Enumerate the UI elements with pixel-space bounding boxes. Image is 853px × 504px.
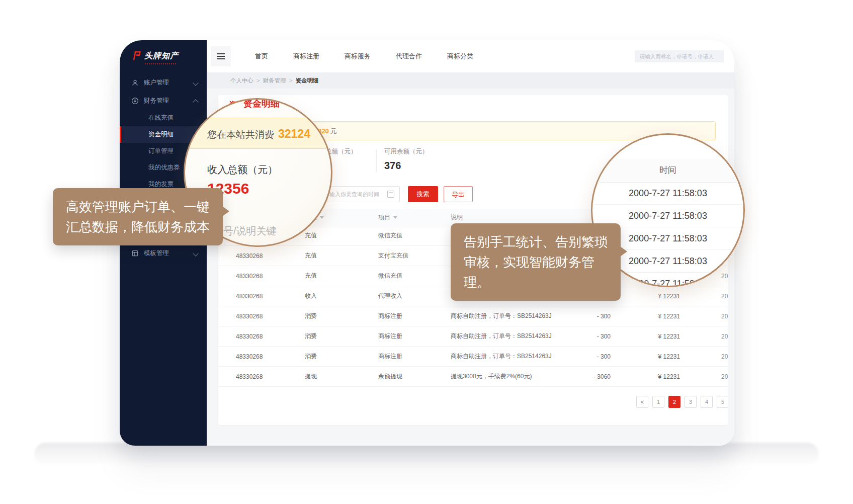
cell-item: 商标注册 xyxy=(378,326,449,346)
cell-balance: ¥ 12231 xyxy=(620,306,680,326)
cell-order: 48330268 xyxy=(236,347,301,366)
nav-item[interactable]: 代理合作 xyxy=(396,52,422,61)
table-row: 48330268 消费 商标注册 商标自助注册，订单号：SB2514263J -… xyxy=(218,347,728,367)
breadcrumb-item[interactable]: 个人中心 xyxy=(230,77,253,85)
cell-time: 2000-7-27 11:58:03 xyxy=(721,286,728,306)
cell-time: 2000-7-27 11:58:03 xyxy=(721,266,728,286)
breadcrumb-item[interactable]: 财务管理 xyxy=(263,77,286,85)
cell-desc: 商标自助注册，订单号：SB2514263J xyxy=(451,306,589,326)
menu-icon[interactable] xyxy=(211,46,231,66)
page-button[interactable]: 4 xyxy=(701,396,713,408)
table-row: 48330268 消费 商标注册 商标自助注册，订单号：SB2514263J -… xyxy=(218,326,728,347)
lens-tab-text: 资金明细 xyxy=(243,98,280,110)
breadcrumb-separator: > xyxy=(257,77,260,83)
template-icon xyxy=(131,249,139,257)
cell-item: 商标注册 xyxy=(378,347,449,366)
page-button[interactable]: 2 xyxy=(668,396,680,408)
search-button[interactable]: 搜索 xyxy=(408,186,438,202)
cell-desc: 提现3000元，手续费2%(60元) xyxy=(451,367,589,386)
sidebar-item-finance[interactable]: 财务管理 xyxy=(120,92,207,110)
stat-label: 可用余额（元） xyxy=(384,147,429,156)
lens-banner-amount: 32124 xyxy=(278,127,310,140)
cell-time: 2000-7-27 11:58:03 xyxy=(721,367,728,386)
stat-divider xyxy=(376,149,377,172)
page-button[interactable]: 3 xyxy=(685,396,697,408)
page-button[interactable]: 1 xyxy=(652,396,664,408)
top-nav: 首页商标注册商标服务代理合作商标分类 xyxy=(255,40,473,72)
cell-item: 微信充值 xyxy=(378,266,449,286)
cell-type: 充值 xyxy=(305,226,375,245)
sidebar-item-account[interactable]: 账户管理 xyxy=(120,73,207,92)
cell-amount: - 300 xyxy=(579,326,611,346)
cell-order: 48330268 xyxy=(236,266,301,286)
cell-amount: - 300 xyxy=(579,347,611,366)
brand-name: 头牌知产 xyxy=(144,51,179,61)
calendar-icon xyxy=(387,191,394,198)
nav-item[interactable]: 商标服务 xyxy=(345,52,371,61)
tooltip-line: 汇总数据，降低财务成本 xyxy=(66,217,210,237)
lens-time-header: 时间 xyxy=(592,159,743,183)
cell-type: 提现 xyxy=(305,367,375,386)
cell-time: 2000-7-27 11:58:03 xyxy=(721,347,728,366)
cell-item: 商标注册 xyxy=(378,306,449,326)
chevron-down-icon xyxy=(320,216,324,219)
cell-balance: ¥ 12231 xyxy=(620,367,680,386)
prev-page-button[interactable]: < xyxy=(636,396,648,408)
chevron-up-icon xyxy=(193,99,198,105)
finance-icon xyxy=(131,97,139,105)
export-button[interactable]: 导出 xyxy=(444,186,473,202)
brand-logo: 头牌知产 xyxy=(131,50,179,61)
tooltip-line: 审核，实现智能财务管 xyxy=(464,252,608,272)
cell-order: 48330268 xyxy=(236,246,301,266)
cell-amount: - 300 xyxy=(579,306,611,326)
tooltip-left: 高效管理账户订单、一键 汇总数据，降低财务成本 xyxy=(53,188,223,245)
nav-item[interactable]: 商标注册 xyxy=(293,52,319,61)
sidebar-item-template[interactable]: 模板管理 xyxy=(120,244,207,262)
cell-amount: - 3060 xyxy=(579,367,611,386)
cell-type: 充值 xyxy=(305,266,375,286)
chevron-down-icon xyxy=(393,216,397,219)
lens-time-row: 2000-7-27 11:58:03 xyxy=(592,182,743,205)
stat-value: 376 xyxy=(384,160,429,172)
cell-item: 微信充值 xyxy=(378,226,449,245)
lens-banner-prefix: 您在本站共消费 xyxy=(207,129,274,140)
cell-time: 2000-7-27 11:58:03 xyxy=(721,306,728,326)
cell-balance: ¥ 12231 xyxy=(620,286,680,306)
sidebar-item-label: 模板管理 xyxy=(144,249,169,258)
cell-type: 消费 xyxy=(305,306,375,326)
tooltip-line: 高效管理账户订单、一键 xyxy=(66,197,210,217)
sidebar-subitem[interactable]: 在线充值 xyxy=(120,110,207,126)
top-navigation-bar: 首页商标注册商标服务代理合作商标分类 xyxy=(207,40,734,72)
lens-stat-label: 收入总额（元） xyxy=(207,163,278,177)
user-icon xyxy=(131,78,139,87)
cell-item: 支付宝充值 xyxy=(378,246,449,266)
sidebar-item-label: 财务管理 xyxy=(144,97,169,105)
trademark-search-input[interactable] xyxy=(635,50,724,62)
brand-logo-icon xyxy=(131,50,142,61)
breadcrumb-separator: > xyxy=(289,77,293,83)
pagination: < 12345 xyxy=(218,396,728,408)
breadcrumb: 个人中心 > 财务管理 > 资金明细 xyxy=(207,72,734,89)
nav-item[interactable]: 商标分类 xyxy=(447,52,473,61)
cell-time: 2000-7-27 11:58:03 xyxy=(721,326,728,346)
cell-item: 代理收入 xyxy=(378,286,449,306)
cell-balance: ¥ 12231 xyxy=(620,326,680,346)
cell-type: 消费 xyxy=(305,347,375,366)
breadcrumb-current: 资金明细 xyxy=(295,77,318,85)
nav-item[interactable]: 首页 xyxy=(255,52,268,61)
page-button[interactable]: 5 xyxy=(717,396,728,408)
table-row: 48330268 提现 余额提现 提现3000元，手续费2%(60元) - 30… xyxy=(218,367,728,387)
banner-unit: 元 xyxy=(330,127,337,135)
chevron-down-icon xyxy=(193,250,198,256)
cell-type: 收入 xyxy=(305,286,375,306)
cell-order: 48330268 xyxy=(236,367,301,386)
brand-tagline-dots xyxy=(145,63,176,64)
cell-type: 消费 xyxy=(305,326,375,346)
cell-desc: 商标自助注册，订单号：SB2514263J xyxy=(451,347,589,366)
cell-order: 48330268 xyxy=(236,326,301,346)
laptop-base-shadow xyxy=(34,443,819,466)
sidebar-item-label: 账户管理 xyxy=(144,78,169,87)
table-row: 48330268 消费 商标注册 商标自助注册，订单号：SB2514263J -… xyxy=(218,306,728,326)
stat-balance: 可用余额（元） 376 xyxy=(384,147,429,172)
header-item[interactable]: 项目 xyxy=(378,209,449,226)
